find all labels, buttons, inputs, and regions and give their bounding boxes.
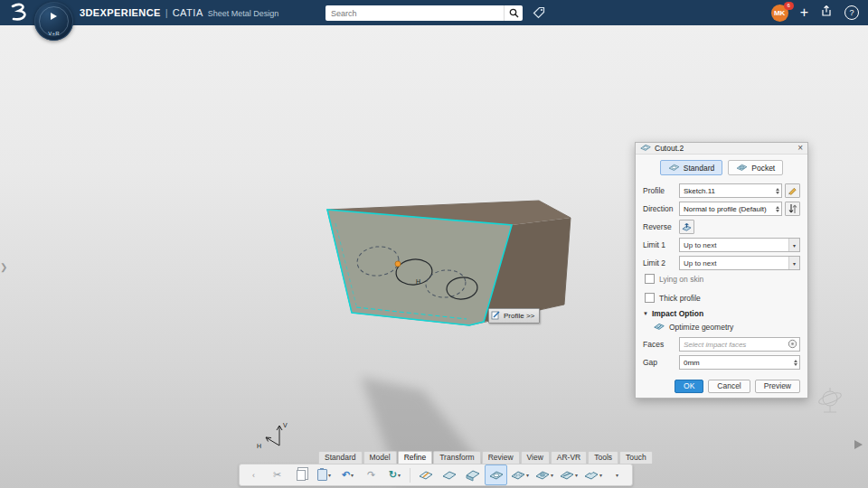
faces-input[interactable]: Select impact faces (679, 337, 800, 352)
tab-model[interactable]: Model (363, 451, 397, 464)
limit2-row: Limit 2 Up to next ▾ (643, 256, 800, 270)
face-picker-icon[interactable] (788, 339, 797, 351)
update-button[interactable]: ↻▾ (383, 465, 406, 485)
help-button[interactable]: ? (844, 5, 859, 20)
sketch-h-label: H (416, 278, 420, 285)
swap-direction-button[interactable] (785, 202, 800, 216)
hole-button[interactable]: ▾ (508, 465, 532, 485)
chevron-down-icon[interactable]: ▾ (328, 472, 331, 478)
copy-icon (297, 470, 306, 481)
avatar[interactable]: MK 6 (771, 5, 788, 22)
share-icon[interactable] (820, 5, 833, 21)
toolbar-overflow-left[interactable]: ‹ (242, 465, 265, 485)
flyout-arrow-icon[interactable] (854, 440, 863, 449)
dialog-titlebar[interactable]: Cutout.2 × (636, 143, 807, 155)
notification-badge: 6 (784, 2, 794, 10)
chevron-down-icon[interactable]: ▾ (788, 239, 799, 251)
corner-relief-icon (584, 469, 599, 481)
chevron-down-icon[interactable]: ▾ (398, 472, 401, 478)
cancel-button[interactable]: Cancel (708, 380, 750, 393)
tab-view[interactable]: View (521, 451, 550, 464)
tab-ar-vr[interactable]: AR-VR (551, 451, 587, 464)
thick-profile-label: Thick profile (659, 294, 701, 303)
sketch-anchor-point[interactable] (395, 261, 401, 267)
cut-button[interactable]: ✂ (266, 465, 288, 485)
profile-combo[interactable]: Sketch.11 (679, 183, 782, 198)
tab-touch[interactable]: Touch (619, 451, 653, 464)
close-icon[interactable]: × (797, 144, 803, 153)
limit1-select[interactable]: Up to next ▾ (679, 238, 800, 252)
limit1-label: Limit 1 (643, 240, 679, 249)
sketch-axis-indicator (266, 426, 282, 446)
tab-refine[interactable]: Refine (398, 451, 433, 464)
toolbar-overflow-right[interactable]: ▾ (606, 465, 628, 485)
mode-selector: Standard Pocket (643, 160, 800, 175)
flange-button[interactable] (461, 465, 484, 485)
spinner-icon[interactable] (794, 360, 797, 366)
thick-profile-checkbox[interactable] (645, 293, 655, 303)
pocket-mode-button[interactable]: Pocket (728, 160, 783, 175)
cutout-button[interactable] (485, 465, 507, 485)
chevron-down-icon[interactable]: ▾ (575, 472, 578, 478)
workbench-name: Sheet Metal Design (208, 9, 279, 18)
copy-button[interactable] (289, 465, 312, 485)
search-icon[interactable] (504, 5, 523, 21)
bead-button[interactable]: ▾ (557, 465, 580, 485)
chevron-down-icon[interactable]: ▾ (526, 472, 529, 478)
edit-sketch-button[interactable] (785, 183, 800, 198)
spinner-icon[interactable] (776, 188, 779, 194)
app-window: 3DEXPERIENCE | CATIA Sheet Metal Design … (0, 0, 868, 488)
stamp-button[interactable]: ▾ (533, 465, 556, 485)
sketch-button[interactable] (414, 465, 437, 485)
redo-button[interactable]: ↷ (360, 465, 382, 485)
sheet-metal-part[interactable] (327, 201, 571, 325)
chevron-down-icon[interactable]: ▾ (551, 472, 553, 478)
gap-input[interactable]: 0mm (679, 355, 800, 370)
lying-on-skin-checkbox[interactable] (645, 274, 655, 284)
compass-play-icon[interactable] (51, 13, 57, 20)
optimize-geometry-toggle[interactable]: Optimize geometry (654, 322, 800, 333)
stamp-icon (535, 469, 550, 481)
direction-value: Normal to profile (Default) (684, 205, 774, 213)
tab-standard[interactable]: Standard (318, 451, 363, 464)
tab-transform[interactable]: Transform (433, 451, 480, 464)
reverse-row: Reverse (643, 220, 800, 234)
reverse-direction-button[interactable] (679, 220, 694, 234)
cutout-icon (640, 143, 651, 154)
compass-version-label: V+R (34, 31, 73, 36)
undo-button[interactable]: ↶▾ (336, 465, 359, 485)
impact-option-label: Impact Option (652, 309, 703, 318)
limit2-value: Up to next (684, 259, 788, 267)
optimize-geometry-label: Optimize geometry (669, 323, 733, 332)
spinner-icon[interactable] (776, 206, 779, 212)
standard-mode-button[interactable]: Standard (660, 160, 723, 175)
tab-review[interactable]: Review (482, 451, 520, 464)
direction-combo[interactable]: Normal to profile (Default) (679, 202, 782, 216)
brand-name: 3DEXPERIENCE (80, 7, 161, 18)
collapse-arrow-icon[interactable]: ▼ (643, 311, 648, 316)
tab-tools[interactable]: Tools (588, 451, 618, 464)
wall-button[interactable] (438, 465, 460, 485)
add-content-button[interactable]: + (800, 5, 808, 20)
lying-on-skin-label: Lying on skin (659, 275, 703, 284)
tag-icon[interactable] (532, 5, 546, 20)
preview-button[interactable]: Preview (755, 380, 800, 393)
corner-relief-button[interactable]: ▾ (581, 465, 605, 485)
search-input[interactable] (326, 5, 504, 21)
thick-profile-row: Thick profile (645, 293, 800, 303)
paste-button[interactable]: ▾ (313, 465, 335, 485)
axis-v-label: V (283, 422, 288, 428)
ribbon-tabs: Standard Model Refine Transform Review V… (318, 451, 653, 464)
chevron-down-icon[interactable]: ▾ (788, 257, 799, 269)
ground-robot-widget[interactable] (817, 388, 843, 412)
limit2-select[interactable]: Up to next ▾ (679, 256, 800, 270)
faces-placeholder: Select impact faces (684, 341, 788, 349)
3ds-logo[interactable] (7, 3, 29, 23)
3d-compass[interactable]: V+R (34, 2, 73, 41)
update-icon: ↻ (389, 470, 397, 480)
panel-expander-left[interactable]: ❯ (0, 262, 7, 272)
ok-button[interactable]: OK (675, 380, 703, 393)
impact-option-section[interactable]: ▼ Impact Option (643, 309, 800, 318)
chevron-down-icon[interactable]: ▾ (599, 472, 602, 478)
chevron-down-icon[interactable]: ▾ (351, 472, 354, 478)
